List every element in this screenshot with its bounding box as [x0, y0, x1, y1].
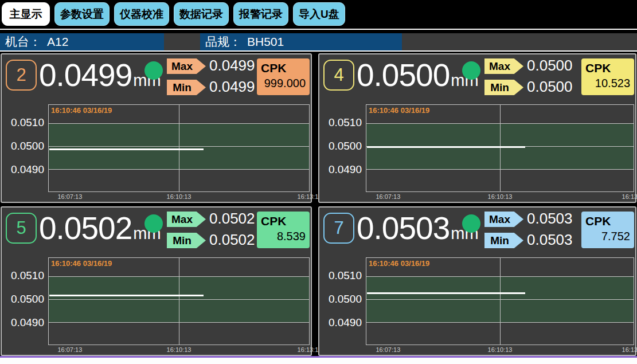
machine-label: 机台：	[5, 34, 41, 50]
x-axis-tick: 16:10:13	[167, 346, 192, 353]
separator-line-bottom	[0, 50, 637, 52]
x-axis-tick: 16:13:13	[622, 346, 637, 353]
chart-timestamp: 16:10:46 03/16/19	[369, 259, 429, 268]
channel-panel-2[interactable]: 2 0.0499 mm Max 0.0499 Min 0.0499 CPK 99…	[1, 53, 312, 203]
tab-import-usb[interactable]: 导入U盘	[293, 2, 345, 26]
x-axis-tick: 16:07:13	[57, 346, 82, 353]
measurement-value: 0.0503 mm	[357, 212, 479, 244]
trend-chart: 16:10:46 03/16/19	[48, 104, 310, 192]
channel-panel-7[interactable]: 7 0.0503 mm Max 0.0503 Min 0.0503 CPK 7.…	[318, 206, 636, 356]
y-axis-tick: 0.0510	[2, 117, 44, 128]
channel-number-badge: 7	[323, 213, 354, 244]
channel-number-badge: 4	[323, 60, 354, 91]
x-axis: 16:07:13 16:10:13 16:13:13	[48, 193, 310, 202]
measurement-number: 0.0502	[39, 212, 132, 244]
gridline-vertical	[500, 258, 501, 345]
tab-data-records[interactable]: 数据记录	[174, 2, 229, 26]
y-axis-tick: 0.0490	[2, 317, 44, 328]
product-label: 品规：	[205, 34, 241, 50]
channel-panel-4[interactable]: 4 0.0500 mm Max 0.0500 Min 0.0500 CPK 10…	[318, 53, 636, 203]
y-axis-tick: 0.0510	[319, 117, 362, 128]
cpk-label: CPK	[261, 61, 306, 76]
x-axis: 16:07:13 16:10:13 16:13:13	[48, 346, 310, 355]
min-tag: Min	[484, 233, 523, 248]
chart-timestamp: 16:10:46 03/16/19	[51, 106, 112, 115]
y-axis-tick: 0.0510	[319, 270, 362, 281]
cpk-label: CPK	[585, 214, 630, 229]
x-axis-tick: 16:07:13	[57, 193, 82, 200]
chart-timestamp: 16:10:46 03/16/19	[369, 106, 429, 115]
y-axis-tick: 0.0490	[319, 164, 362, 175]
min-value: 0.0503	[527, 231, 573, 248]
channel-grid: 2 0.0499 mm Max 0.0499 Min 0.0499 CPK 99…	[1, 53, 636, 356]
status-indicator-dot	[462, 214, 480, 233]
x-axis: 16:07:13 16:10:13 16:13:13	[366, 193, 634, 202]
channel-number-badge: 5	[6, 213, 37, 244]
separator-line-top	[0, 29, 637, 30]
measurement-number: 0.0500	[357, 59, 450, 91]
min-value: 0.0502	[209, 231, 255, 248]
y-axis-tick: 0.0490	[319, 317, 362, 328]
tab-instrument-calibration[interactable]: 仪器校准	[114, 2, 169, 26]
tab-parameter-settings[interactable]: 参数设置	[54, 2, 110, 26]
cpk-box: CPK 7.752	[581, 212, 634, 248]
product-value: BH501	[247, 35, 284, 49]
y-axis-tick: 0.0500	[319, 293, 362, 305]
trend-chart: 16:10:46 03/16/19	[48, 257, 310, 345]
max-tag: Max	[484, 212, 523, 227]
max-tag: Max	[484, 58, 523, 74]
measurement-number: 0.0503	[357, 212, 450, 244]
chart-data-line	[49, 295, 204, 296]
info-bar: 机台： A12 品规： BH501	[0, 33, 637, 50]
tab-bar: 主显示 参数设置 仪器校准 数据记录 报警记录 导入U盘	[0, 0, 637, 29]
y-axis-tick: 0.0500	[319, 140, 362, 152]
tab-main-display[interactable]: 主显示	[2, 2, 50, 26]
cpk-label: CPK	[261, 214, 306, 229]
status-indicator-dot	[144, 61, 163, 80]
min-tag: Min	[167, 233, 206, 248]
x-axis-tick: 16:07:13	[376, 193, 400, 200]
max-value: 0.0499	[209, 57, 255, 74]
x-axis-tick: 16:10:13	[488, 193, 513, 200]
max-value: 0.0500	[527, 57, 573, 74]
min-value: 0.0500	[527, 78, 573, 95]
x-axis-tick: 16:07:13	[376, 346, 400, 353]
measurement-value: 0.0502 mm	[39, 212, 161, 244]
product-block[interactable]: 品规： BH501	[200, 33, 402, 50]
x-axis-tick: 16:13:13	[622, 193, 637, 200]
chart-data-line	[367, 146, 525, 148]
cpk-value: 999.000	[261, 76, 306, 91]
cpk-box: CPK 8.539	[257, 212, 310, 248]
channel-number-badge: 2	[6, 60, 37, 91]
x-axis: 16:07:13 16:10:13 16:13:13	[366, 346, 634, 355]
gridline-vertical	[500, 105, 501, 191]
y-axis-tick: 0.0510	[2, 270, 44, 281]
tab-alarm-records[interactable]: 报警记录	[233, 2, 288, 26]
machine-value: A12	[47, 35, 68, 49]
max-tag: Max	[167, 212, 206, 227]
trend-chart: 16:10:46 03/16/19	[366, 257, 634, 345]
channel-panel-5[interactable]: 5 0.0502 mm Max 0.0502 Min 0.0502 CPK 8.…	[1, 206, 312, 356]
chart-timestamp: 16:10:46 03/16/19	[51, 259, 112, 268]
min-value: 0.0499	[209, 78, 255, 95]
y-axis-tick: 0.0500	[2, 293, 44, 305]
chart-data-line	[49, 148, 204, 150]
cpk-value: 7.752	[585, 229, 630, 244]
status-indicator-dot	[144, 214, 163, 233]
max-value: 0.0503	[527, 210, 573, 227]
x-axis-tick: 16:10:13	[488, 346, 513, 353]
measurement-value: 0.0499 mm	[39, 59, 161, 91]
status-indicator-dot	[462, 61, 480, 80]
machine-block[interactable]: 机台： A12	[0, 33, 164, 50]
cpk-label: CPK	[585, 61, 630, 76]
cpk-box: CPK 10.523	[581, 58, 634, 95]
min-tag: Min	[167, 80, 206, 95]
measurement-value: 0.0500 mm	[357, 59, 479, 91]
y-axis-tick: 0.0500	[2, 140, 44, 152]
cpk-value: 8.539	[261, 229, 306, 244]
min-tag: Min	[484, 80, 523, 95]
gridline-vertical	[179, 258, 179, 345]
trend-chart: 16:10:46 03/16/19	[366, 104, 634, 192]
cpk-box: CPK 999.000	[257, 58, 310, 95]
cpk-value: 10.523	[585, 76, 630, 91]
